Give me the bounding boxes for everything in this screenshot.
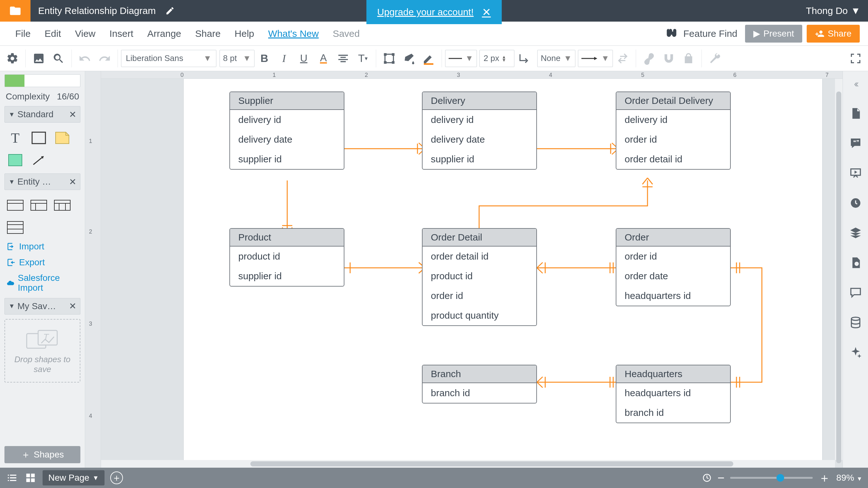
user-menu[interactable]: Thong Do ▼ (799, 5, 868, 16)
menu-arrange[interactable]: Arrange (141, 28, 188, 39)
import-button[interactable]: Import (4, 241, 81, 252)
shape-text[interactable]: T (6, 130, 24, 146)
line-routing-button[interactable] (515, 49, 534, 68)
salesforce-import-button[interactable]: Salesforce Import (4, 273, 81, 294)
line-style-select[interactable]: ▼ (445, 50, 477, 67)
upgrade-close-button[interactable]: ✕ (482, 6, 491, 19)
upgrade-banner[interactable]: Upgrade your account! ✕ (366, 0, 502, 24)
close-icon[interactable]: ✕ (69, 301, 76, 311)
scrollbar-thumb[interactable] (250, 461, 733, 466)
dock-page-button[interactable] (848, 105, 864, 121)
grid-view-button[interactable] (24, 471, 37, 484)
page-tab-label: New Page (48, 473, 89, 483)
canvas-page[interactable]: Supplier delivery id delivery date suppl… (184, 79, 822, 468)
menu-edit[interactable]: Edit (37, 28, 68, 39)
dock-data-button[interactable] (848, 314, 864, 330)
shape-block[interactable] (6, 152, 24, 169)
canvas-viewport[interactable]: Supplier delivery id delivery date suppl… (101, 79, 843, 468)
menu-whats-new[interactable]: What's New (261, 28, 326, 39)
italic-button[interactable]: I (274, 49, 294, 68)
bold-button[interactable]: B (254, 49, 274, 68)
shape-lib-mysaved-header[interactable]: ▼ My Sav… ✕ (4, 298, 81, 314)
drop-shapes-zone[interactable]: T Drop shapes to save (4, 319, 81, 383)
dock-comment-button[interactable]: ❝❞ (848, 135, 864, 151)
shape-erd-2[interactable] (30, 197, 48, 214)
underline-button[interactable]: U (294, 49, 314, 68)
stepper-icon[interactable]: ▲▼ (502, 55, 506, 62)
dock-present-button[interactable] (848, 165, 864, 181)
scrollbar-thumb[interactable] (836, 92, 841, 463)
entity-delivery[interactable]: Delivery delivery id delivery date suppl… (422, 92, 537, 170)
shape-note[interactable] (53, 130, 71, 146)
feature-find[interactable]: Feature Find (659, 27, 745, 40)
entity-supplier[interactable]: Supplier delivery id delivery date suppl… (229, 92, 344, 170)
shape-erd-4[interactable] (6, 219, 24, 236)
shape-arrow[interactable] (30, 152, 48, 169)
close-icon[interactable]: ✕ (69, 109, 76, 120)
zoom-slider-knob[interactable] (776, 474, 784, 482)
shape-erd-3[interactable] (53, 197, 71, 214)
zoom-level[interactable]: 89% ▼ (836, 473, 862, 483)
dock-master-button[interactable] (848, 255, 864, 271)
shape-style-button[interactable] (379, 49, 399, 68)
redo-button[interactable] (95, 49, 114, 68)
zoom-out-button[interactable]: − (717, 471, 724, 485)
arrow-end-select[interactable]: ▼ (578, 50, 613, 67)
share-button[interactable]: Share (807, 25, 860, 42)
shapes-manager-button[interactable]: ＋ Shapes (4, 446, 81, 463)
swap-ends-button[interactable] (613, 49, 632, 68)
dock-layers-button[interactable] (848, 225, 864, 241)
wrench-button[interactable] (705, 49, 725, 68)
arrow-start-select[interactable]: None▼ (537, 50, 576, 67)
border-color-button[interactable] (419, 49, 438, 68)
entity-order[interactable]: Order order id order date headquarters i… (616, 228, 731, 306)
dock-history-button[interactable] (848, 195, 864, 211)
menu-share[interactable]: Share (188, 28, 227, 39)
fullscreen-button[interactable] (846, 49, 865, 68)
align-button[interactable] (333, 49, 353, 68)
zoom-slider[interactable] (730, 477, 813, 479)
line-width-input[interactable]: 2 px▲▼ (479, 50, 515, 67)
document-title[interactable]: Entity Relationship Diagram (31, 5, 163, 16)
dock-chat-button[interactable] (848, 285, 864, 301)
link-button[interactable] (639, 49, 659, 68)
shape-rect[interactable] (30, 130, 48, 146)
entity-order-detail-delivery[interactable]: Order Detail Delivery delivery id order … (616, 92, 731, 170)
font-size-select[interactable]: 8 pt▼ (220, 50, 254, 67)
text-style-button[interactable]: T▾ (353, 49, 373, 68)
text-color-button[interactable]: A (314, 49, 333, 68)
insert-image-button[interactable] (29, 49, 49, 68)
present-button[interactable]: ▶ Present (745, 25, 803, 42)
entity-headquarters[interactable]: Headquarters headquarters id branch id (616, 365, 731, 423)
entity-order-detail[interactable]: Order Detail order detail id product id … (422, 228, 537, 326)
export-button[interactable]: Export (4, 257, 81, 268)
fill-color-button[interactable] (399, 49, 419, 68)
home-folder-button[interactable] (0, 0, 31, 22)
entity-branch[interactable]: Branch branch id (422, 365, 537, 403)
dock-sparkle-button[interactable] (848, 344, 864, 360)
add-page-button[interactable]: ＋ (110, 471, 123, 484)
lock-button[interactable] (679, 49, 698, 68)
undo-button[interactable] (75, 49, 95, 68)
font-family-select[interactable]: Liberation Sans▼ (121, 50, 216, 67)
page-tab[interactable]: New Page ▼ (42, 470, 104, 485)
magnet-button[interactable] (659, 49, 679, 68)
entity-product[interactable]: Product product id supplier id (229, 228, 344, 286)
rename-button[interactable] (165, 6, 175, 16)
horizontal-scrollbar[interactable] (101, 460, 835, 468)
zoom-in-button[interactable]: ＋ (818, 470, 831, 486)
menu-insert[interactable]: Insert (103, 28, 141, 39)
search-button[interactable] (49, 49, 68, 68)
shape-lib-standard-header[interactable]: ▼ Standard ✕ (4, 106, 81, 123)
shape-erd-1[interactable] (6, 197, 24, 214)
settings-button[interactable] (3, 49, 22, 68)
vertical-scrollbar[interactable] (835, 79, 843, 460)
outline-view-button[interactable] (6, 471, 19, 484)
svg-rect-3 (384, 61, 386, 64)
collapse-dock-button[interactable]: ‹‹ (848, 75, 864, 92)
menu-file[interactable]: File (8, 28, 37, 39)
menu-help[interactable]: Help (227, 28, 261, 39)
menu-view[interactable]: View (68, 28, 102, 39)
close-icon[interactable]: ✕ (69, 177, 76, 187)
shape-lib-entity-header[interactable]: ▼ Entity … ✕ (4, 174, 81, 190)
